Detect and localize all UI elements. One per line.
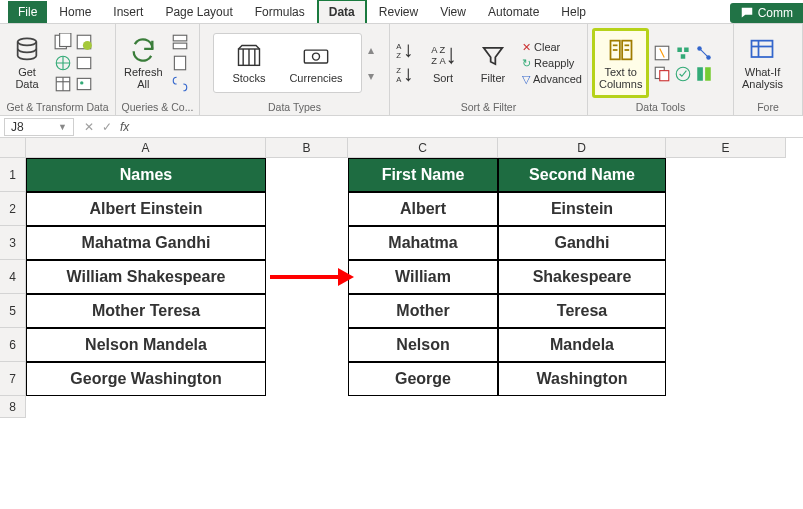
stocks-button[interactable]: Stocks xyxy=(228,40,269,86)
ribbon-tabs: File Home Insert Page Layout Formulas Da… xyxy=(0,0,803,24)
existing-connections-icon[interactable] xyxy=(75,54,93,72)
cell[interactable]: Einstein xyxy=(498,192,666,226)
tab-file[interactable]: File xyxy=(8,1,47,23)
cell[interactable]: Albert xyxy=(348,192,498,226)
what-if-analysis-button[interactable]: What-If Analysis xyxy=(738,28,787,98)
cell[interactable]: George xyxy=(348,362,498,396)
cell[interactable]: Albert Einstein xyxy=(26,192,266,226)
edit-links-icon[interactable] xyxy=(171,75,189,93)
name-box[interactable]: J8 ▼ xyxy=(4,118,74,136)
row-header[interactable]: 2 xyxy=(0,192,26,226)
comment-icon xyxy=(740,6,754,20)
cell[interactable]: Second Name xyxy=(498,158,666,192)
tab-page-layout[interactable]: Page Layout xyxy=(155,1,242,23)
advanced-icon: ▽ xyxy=(522,73,530,86)
from-table-range-icon[interactable] xyxy=(54,75,72,93)
select-all-corner[interactable] xyxy=(0,138,26,158)
scroll-up-icon[interactable]: ▴ xyxy=(368,43,374,57)
data-validation-icon[interactable] xyxy=(674,65,692,83)
currencies-button[interactable]: Currencies xyxy=(285,40,346,86)
text-to-columns-button[interactable]: Text to Columns xyxy=(592,28,649,98)
cell[interactable]: Nelson xyxy=(348,328,498,362)
remove-duplicates-icon[interactable] xyxy=(653,65,671,83)
flash-fill-icon[interactable] xyxy=(653,44,671,62)
svg-text:Z: Z xyxy=(396,66,401,75)
tab-data[interactable]: Data xyxy=(317,0,367,23)
tab-help[interactable]: Help xyxy=(551,1,596,23)
column-header[interactable]: A xyxy=(26,138,266,158)
consolidate-icon[interactable] xyxy=(674,44,692,62)
reapply-icon: ↻ xyxy=(522,57,531,70)
cell[interactable]: Gandhi xyxy=(498,226,666,260)
scroll-down-icon[interactable]: ▾ xyxy=(368,69,374,83)
cell[interactable]: Names xyxy=(26,158,266,192)
cell[interactable]: Nelson Mandela xyxy=(26,328,266,362)
recent-sources-icon[interactable] xyxy=(75,33,93,51)
svg-rect-2 xyxy=(60,33,71,47)
tab-home[interactable]: Home xyxy=(49,1,101,23)
svg-point-0 xyxy=(18,38,37,45)
row-header[interactable]: 5 xyxy=(0,294,26,328)
row-header[interactable]: 1 xyxy=(0,158,26,192)
tab-automate[interactable]: Automate xyxy=(478,1,549,23)
cell[interactable]: First Name xyxy=(348,158,498,192)
svg-rect-6 xyxy=(77,57,91,68)
currencies-icon xyxy=(302,42,330,70)
group-label-get-transform: Get & Transform Data xyxy=(4,100,111,115)
reapply-button[interactable]: ↻Reapply xyxy=(520,56,584,71)
fx-icon[interactable]: fx xyxy=(120,120,129,134)
comments-button[interactable]: Comm xyxy=(730,3,803,23)
sort-az-icon[interactable]: AZ xyxy=(394,40,416,62)
cell[interactable]: Mandela xyxy=(498,328,666,362)
cell[interactable]: William Shakespeare xyxy=(26,260,266,294)
sort-button[interactable]: AZZA Sort xyxy=(420,28,466,98)
get-data-button[interactable]: Get Data xyxy=(4,28,50,98)
row-header[interactable]: 4 xyxy=(0,260,26,294)
whatif-icon xyxy=(748,36,776,64)
svg-text:Z: Z xyxy=(396,51,401,60)
cell[interactable]: Mother xyxy=(348,294,498,328)
clear-filter-button[interactable]: ✕Clear xyxy=(520,40,584,55)
row-header[interactable]: 3 xyxy=(0,226,26,260)
advanced-filter-button[interactable]: ▽Advanced xyxy=(520,72,584,87)
formula-input[interactable] xyxy=(135,116,803,137)
sort-za-icon[interactable]: ZA xyxy=(394,64,416,86)
cell[interactable]: Mahatma Gandhi xyxy=(26,226,266,260)
queries-connections-icon[interactable] xyxy=(171,33,189,51)
svg-rect-40 xyxy=(706,67,712,81)
row-header[interactable]: 6 xyxy=(0,328,26,362)
cell[interactable]: Washington xyxy=(498,362,666,396)
tab-view[interactable]: View xyxy=(430,1,476,23)
column-header[interactable]: E xyxy=(666,138,786,158)
tab-insert[interactable]: Insert xyxy=(103,1,153,23)
svg-point-11 xyxy=(80,81,83,84)
tab-formulas[interactable]: Formulas xyxy=(245,1,315,23)
cell[interactable]: William xyxy=(348,260,498,294)
group-label-datatypes: Data Types xyxy=(204,100,385,115)
column-header[interactable]: D xyxy=(498,138,666,158)
cell[interactable]: Mother Teresa xyxy=(26,294,266,328)
cancel-formula-icon[interactable]: ✕ xyxy=(84,120,94,134)
cell[interactable]: Mahatma xyxy=(348,226,498,260)
column-header[interactable]: C xyxy=(348,138,498,158)
filter-button[interactable]: Filter xyxy=(470,28,516,98)
cell[interactable]: Shakespeare xyxy=(498,260,666,294)
from-picture-icon[interactable] xyxy=(75,75,93,93)
row-header[interactable]: 8 xyxy=(0,396,26,418)
column-header[interactable]: B xyxy=(266,138,348,158)
from-text-csv-icon[interactable] xyxy=(54,33,72,51)
manage-data-model-icon[interactable] xyxy=(695,65,713,83)
properties-icon[interactable] xyxy=(171,54,189,72)
relationships-icon[interactable] xyxy=(695,44,713,62)
cell[interactable]: George Washington xyxy=(26,362,266,396)
from-web-icon[interactable] xyxy=(54,54,72,72)
svg-line-35 xyxy=(701,49,708,56)
tab-review[interactable]: Review xyxy=(369,1,428,23)
refresh-icon xyxy=(129,36,157,64)
cell[interactable]: Teresa xyxy=(498,294,666,328)
svg-rect-39 xyxy=(698,67,704,81)
get-data-small-buttons xyxy=(54,33,93,93)
enter-formula-icon[interactable]: ✓ xyxy=(102,120,112,134)
row-header[interactable]: 7 xyxy=(0,362,26,396)
refresh-all-button[interactable]: Refresh All xyxy=(120,28,167,98)
